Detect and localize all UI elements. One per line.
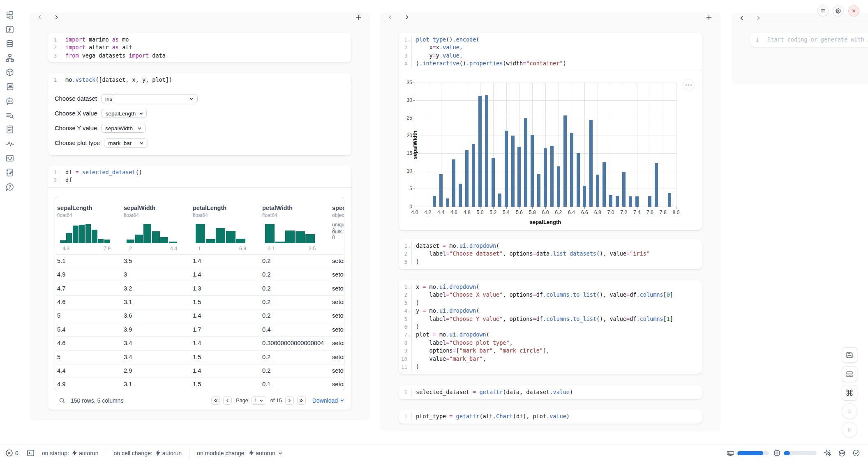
chart-menu-button[interactable] <box>683 79 695 91</box>
table-row[interactable]: 4.42.91.40.2setosa <box>55 364 344 378</box>
code-line[interactable]: 1⌄plot_type().encode( <box>399 36 702 44</box>
errors-icon[interactable] <box>5 449 13 457</box>
code-line[interactable]: 1⌄dataset = mo.ui.dropdown( <box>399 242 702 250</box>
add-cell-button[interactable] <box>706 14 712 21</box>
search-icon[interactable] <box>59 397 65 404</box>
table-row[interactable]: 53.41.50.2setosa <box>55 350 344 364</box>
outline-icon[interactable] <box>5 154 14 163</box>
column-collapse-right-icon[interactable] <box>755 15 761 21</box>
code-line[interactable]: 1import marimo as mo <box>48 36 351 44</box>
code-line[interactable]: 2 label="Choose dataset", options=data.l… <box>399 250 702 258</box>
prev-page-button[interactable] <box>223 396 232 405</box>
cell-xy-dropdowns[interactable]: 1⌄x = mo.ui.dropdown(2 label="Choose X v… <box>399 280 702 374</box>
statusbar-runtime-value[interactable]: autorun <box>162 450 182 456</box>
table-row[interactable]: 4.93.11.50.1setosa <box>55 378 344 391</box>
column-header[interactable]: petalWidth <box>262 205 293 211</box>
first-page-button[interactable] <box>211 396 220 405</box>
code-line[interactable]: 1selected_dataset = getattr(data, datase… <box>399 388 702 396</box>
settings-gear-button[interactable] <box>833 5 844 16</box>
column-collapse-left-icon[interactable] <box>388 14 393 20</box>
connection-status-icon[interactable] <box>852 449 860 457</box>
dependency-graph-icon[interactable] <box>5 53 14 62</box>
code-line[interactable]: 3from vega_datasets import data <box>48 52 351 60</box>
dropdown-select[interactable]: mark_bar <box>104 138 148 148</box>
help-icon[interactable] <box>5 182 14 191</box>
cell-plot-type[interactable]: 1plot_type = getattr(alt.Chart(df), plot… <box>399 410 702 424</box>
statusbar-runtime-value[interactable]: autorun <box>79 450 98 456</box>
code-line[interactable]: 1plot_type = getattr(alt.Chart(df), plot… <box>399 413 702 420</box>
datasources-icon[interactable] <box>5 39 14 48</box>
code-line[interactable]: 3) <box>399 299 702 307</box>
code-line[interactable]: 2df <box>48 176 351 184</box>
chat-icon[interactable] <box>5 97 14 106</box>
cell-vstack[interactable]: 1mo.vstack([dataset, x, y, plot]) Choose… <box>48 73 351 155</box>
code-line[interactable]: 2 label="Choose X value", options=df.col… <box>399 291 702 299</box>
dropdown-select[interactable]: sepalLength <box>102 109 147 118</box>
add-cell-button[interactable] <box>355 14 362 21</box>
run-button[interactable] <box>842 422 857 438</box>
layout-button[interactable] <box>842 366 857 382</box>
column-header[interactable]: sepalWidth <box>124 205 155 211</box>
logs-icon[interactable] <box>5 111 14 120</box>
code-line[interactable]: 1Start coding or generate with AI <box>750 36 868 44</box>
table-row[interactable]: 4.73.21.30.2setosa <box>55 282 344 295</box>
table-row[interactable]: 4.63.11.50.2setosa <box>55 295 344 309</box>
column-header[interactable]: sepalLength <box>57 205 92 211</box>
snippets-icon[interactable] <box>5 82 14 91</box>
code-line[interactable]: 9 options=["mark_bar", "mark_circle"], <box>399 347 702 355</box>
cell-plot[interactable]: 1⌄plot_type().encode(2 x=x.value,3 y=y.v… <box>399 33 702 230</box>
column-collapse-right-icon[interactable] <box>53 14 59 20</box>
cell-dataset-dropdown[interactable]: 1⌄dataset = mo.ui.dropdown(2 label="Choo… <box>399 239 702 269</box>
statusbar-runtime-value[interactable]: autorun <box>256 450 275 456</box>
code-line[interactable]: 2 x=x.value, <box>399 44 702 51</box>
code-line[interactable]: 4).interactive().properties(width="conta… <box>399 60 702 67</box>
menu-button[interactable] <box>817 5 829 16</box>
code-line[interactable]: 1df = selected_dataset() <box>48 168 351 176</box>
table-row[interactable]: 5.13.51.40.2setosa <box>55 254 344 268</box>
column-header[interactable]: species <box>332 205 344 211</box>
chart-plot-area[interactable]: 4.04.24.44.64.85.05.25.45.65.86.06.26.46… <box>415 83 676 207</box>
dropdown-select[interactable]: iris <box>101 94 198 103</box>
cell-selected-dataset[interactable]: 1selected_dataset = getattr(data, datase… <box>399 385 702 399</box>
column-collapse-right-icon[interactable] <box>404 14 410 20</box>
download-button[interactable]: Download <box>312 397 344 404</box>
cell-imports[interactable]: 1import marimo as mo2import altair as al… <box>48 33 351 62</box>
command-palette-button[interactable] <box>842 385 857 401</box>
packages-icon[interactable] <box>5 68 14 77</box>
code-line[interactable]: 7⌄plot = mo.ui.dropdown( <box>399 331 702 339</box>
cell-dataframe[interactable]: 1df = selected_dataset()2df sepalLengthf… <box>48 166 351 410</box>
altair-chart[interactable]: 4.04.24.44.64.85.05.25.45.65.86.06.26.46… <box>399 71 702 230</box>
cell-new-empty[interactable]: 1Start coding or generate with AI <box>750 33 868 47</box>
column-collapse-left-icon[interactable] <box>739 15 745 21</box>
page-select[interactable]: 1 <box>252 396 266 405</box>
code-line[interactable]: 2import altair as alt <box>48 44 351 51</box>
dropdown-select[interactable]: sepalWidth <box>101 124 146 133</box>
table-row[interactable]: 4.63.41.40.30000000000000004setosa <box>55 337 344 350</box>
next-page-button[interactable] <box>285 396 294 405</box>
table-row[interactable]: 5.43.91.70.4setosa <box>55 323 344 337</box>
close-button[interactable] <box>848 5 859 16</box>
file-explorer-icon[interactable] <box>5 11 14 20</box>
last-page-button[interactable] <box>297 396 306 405</box>
scratchpad-icon[interactable] <box>5 168 14 177</box>
code-line[interactable]: 6) <box>399 323 702 331</box>
code-line[interactable]: 1⌄x = mo.ui.dropdown( <box>399 283 702 291</box>
code-line[interactable]: 3 y=y.value, <box>399 52 702 60</box>
copilot-icon[interactable] <box>838 449 846 457</box>
terminal-icon[interactable] <box>27 449 35 457</box>
code-line[interactable]: 4⌄y = mo.ui.dropdown( <box>399 307 702 315</box>
functions-icon[interactable] <box>5 25 14 34</box>
code-line[interactable]: 8 label="Choose plot type", <box>399 339 702 347</box>
code-line[interactable]: 10 value="mark_bar", <box>399 355 702 363</box>
save-button[interactable] <box>842 347 857 363</box>
column-header[interactable]: petalLength <box>193 205 226 211</box>
ai-sparkles-icon[interactable] <box>824 449 831 457</box>
column-collapse-left-icon[interactable] <box>37 14 43 20</box>
code-line[interactable]: 1mo.vstack([dataset, x, y, plot]) <box>48 76 351 84</box>
table-row[interactable]: 53.61.40.2setosa <box>55 309 344 323</box>
tracing-icon[interactable] <box>5 139 14 148</box>
code-line[interactable]: 5 label="Choose Y value", options=df.col… <box>399 315 702 323</box>
table-row[interactable]: 4.931.40.2setosa <box>55 268 344 281</box>
documentation-icon[interactable] <box>5 125 14 134</box>
stop-button[interactable] <box>842 403 857 419</box>
